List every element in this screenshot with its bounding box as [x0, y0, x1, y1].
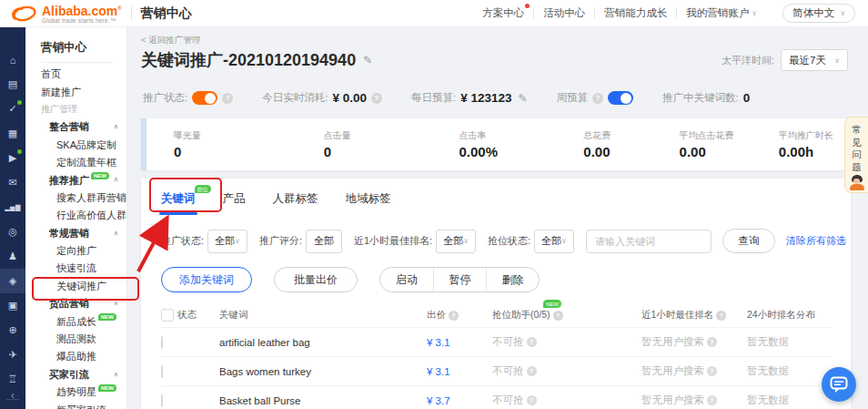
filter-status-select[interactable]: 全部 ∨	[207, 230, 247, 253]
row-checkbox[interactable]	[161, 394, 163, 407]
sidebar-item-custom-traffic[interactable]: 定制流量年框	[25, 154, 126, 171]
page-title: 关键词推广-20210120194940	[141, 49, 356, 71]
delete-button[interactable]: 删除	[486, 268, 539, 291]
batch-bid-button[interactable]: 批量出价	[274, 267, 358, 292]
messages-icon[interactable]: ✉	[0, 170, 25, 195]
help-icon[interactable]: ?	[371, 93, 382, 104]
brand-tagline: Global trade starts here.™	[42, 17, 122, 24]
help-icon[interactable]: ?	[707, 366, 717, 376]
sidebar-item-high-value-audience[interactable]: 行业高价值人群	[25, 207, 126, 224]
collapse-rail-icon[interactable]: ‹	[0, 389, 25, 402]
edit-budget-icon[interactable]: ✎	[518, 92, 527, 105]
edit-title-icon[interactable]: ✎	[363, 54, 372, 66]
col-bid: 出价	[427, 309, 446, 322]
help-icon[interactable]: ?	[707, 337, 717, 347]
sidebar-group-integrated-marketing[interactable]: 整合营销∧	[25, 118, 126, 136]
select-all-checkbox[interactable]	[161, 309, 174, 322]
sidebar-item-keyword-promotion[interactable]: 关键词推广	[25, 278, 126, 295]
content-card: 关键词 抢位 产品 人群标签 地域标签 推广状态: 全部 ∨ 推广评分: 全部	[141, 179, 851, 409]
contacts-icon[interactable]: ♟	[0, 244, 25, 269]
row-checkbox[interactable]	[161, 365, 163, 378]
search-button[interactable]: 查询	[722, 229, 775, 253]
help-icon[interactable]: ?	[592, 93, 603, 104]
pause-button[interactable]: 暂停	[433, 268, 486, 291]
analytics-icon[interactable]: ▂▅▇	[0, 195, 25, 220]
nav-activity-center[interactable]: 活动中心	[534, 6, 594, 20]
chat-button[interactable]	[822, 367, 856, 402]
tab-audience-labels[interactable]: 人群标签	[273, 191, 318, 215]
bank-icon[interactable]: ♖	[0, 367, 25, 392]
tabs: 关键词 抢位 产品 人群标签 地域标签	[161, 179, 831, 215]
new-badge: NEW	[98, 313, 116, 321]
sidebar-item-product-testing[interactable]: 测品测款	[25, 331, 126, 348]
nav-my-account[interactable]: 我的营销账户 ∨	[677, 6, 766, 20]
location-icon[interactable]: ◎	[0, 220, 25, 244]
sidebar-item-ska-brand[interactable]: SKA品牌定制	[25, 137, 126, 154]
start-button[interactable]: 启动	[380, 268, 433, 291]
help-icon[interactable]: ?	[449, 311, 459, 321]
travel-icon[interactable]: ✈	[0, 343, 25, 367]
language-selector[interactable]: 简体中文 ∨	[782, 4, 855, 23]
faq-widget[interactable]: 常见问题	[844, 117, 868, 193]
keyword-cell: Basket ball Purse	[219, 395, 427, 406]
sidebar-item-quick-traffic[interactable]: 快速引流	[25, 260, 126, 277]
media-icon[interactable]: ▶	[0, 146, 25, 170]
sidebar-group-product-marketing[interactable]: 货品营销∧	[25, 295, 126, 312]
clear-filters-link[interactable]: 清除所有筛选	[786, 234, 846, 248]
help-icon[interactable]: ?	[527, 395, 537, 405]
notification-dot	[17, 149, 22, 154]
help-icon[interactable]: ?	[553, 311, 563, 321]
home-icon[interactable]: ⌂	[0, 47, 25, 72]
store-icon[interactable]: ▤	[0, 72, 25, 97]
breadcrumb-back-link[interactable]: < 返回推广管理	[141, 35, 200, 46]
bid-cell[interactable]: ¥ 3.1	[427, 366, 492, 377]
daily-budget-label: 每日预算:	[411, 91, 456, 105]
sidebar-item-trend-star[interactable]: 趋势明星NEW	[25, 383, 126, 401]
network-icon[interactable]: ⊕	[0, 318, 25, 343]
sidebar-item-new-buyer-traffic[interactable]: 新买家引流	[25, 401, 126, 409]
week-budget-toggle[interactable]	[608, 91, 633, 105]
help-icon[interactable]: ?	[707, 395, 717, 405]
tab-region-labels[interactable]: 地域标签	[346, 191, 391, 215]
apps-icon[interactable]: ▦	[0, 121, 25, 146]
filter-rank-label: 近1小时最佳排名:	[354, 234, 432, 248]
promo-status-toggle[interactable]	[192, 91, 217, 105]
bid-cell[interactable]: ¥ 3.1	[427, 337, 492, 348]
help-icon[interactable]: ?	[527, 337, 537, 347]
sidebar-group-regular-marketing[interactable]: 常规营销∧	[25, 225, 126, 242]
nav-marketing-growth[interactable]: 营销能力成长	[595, 6, 676, 20]
tab-keywords[interactable]: 关键词 抢位	[161, 191, 196, 215]
help-icon[interactable]: ?	[222, 93, 233, 104]
row-checkbox[interactable]	[161, 336, 163, 349]
col-keyword: 关键词	[219, 309, 248, 322]
keyword-search-input[interactable]	[586, 230, 712, 253]
chevron-up-icon: ∧	[114, 123, 118, 130]
orders-icon[interactable]: ▣	[0, 293, 25, 318]
table-row: Basket ball Purse ¥ 3.7 不可抢? 暂无用户搜索? 暂无数…	[161, 385, 831, 409]
app-title: 营销中心	[141, 5, 192, 22]
sidebar-item-new-promotion[interactable]: 新建推广	[25, 83, 126, 100]
tab-products[interactable]: 产品	[223, 191, 246, 215]
help-icon[interactable]: ?	[527, 366, 537, 376]
sidebar-item-home[interactable]: 首页	[25, 66, 126, 83]
date-range-select[interactable]: 最近7天 ∨	[781, 49, 848, 71]
alibaba-logo[interactable]: Alibaba.com® Global trade starts here.™	[7, 3, 122, 24]
col-status: 状态	[177, 309, 197, 322]
sidebar-group-recommend-promotion[interactable]: 推荐推广NEW∧	[25, 171, 126, 189]
help-icon[interactable]: ?	[716, 311, 726, 321]
filter-rank-select[interactable]: 全部 ∨	[436, 230, 476, 253]
sidebar-group-buyer-traffic[interactable]: 买家引流∧	[25, 366, 126, 383]
sidebar-item-new-product-growth[interactable]: 新品成长NEW	[25, 312, 126, 330]
add-keyword-button[interactable]: 添加关键词	[161, 267, 252, 292]
promotion-icon[interactable]: ◈	[0, 269, 25, 293]
chevron-up-icon: ∧	[114, 176, 118, 183]
filter-grab-select[interactable]: 全部 ∨	[534, 230, 574, 253]
filter-score-input[interactable]: 全部	[306, 230, 342, 253]
sidebar-item-search-remarketing[interactable]: 搜索人群再营销	[25, 189, 126, 207]
sidebar-item-targeted-promotion[interactable]: 定向推广	[25, 242, 126, 260]
approvals-icon[interactable]: ✓	[0, 97, 25, 121]
bid-cell[interactable]: ¥ 3.7	[427, 395, 492, 406]
nav-plan-center[interactable]: 方案中心	[473, 6, 533, 20]
sidebar-item-hot-product-boost[interactable]: 爆品助推	[25, 348, 126, 365]
filter-grab-label: 抢位状态:	[488, 234, 530, 248]
